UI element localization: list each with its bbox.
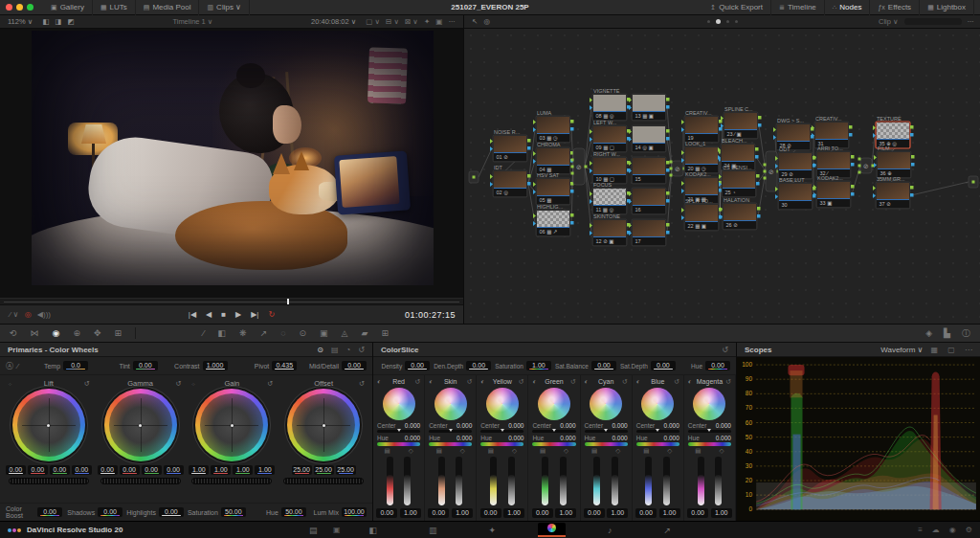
wheel-value-input[interactable]: 25.00 (336, 465, 356, 475)
node-30[interactable]: 30BASE LUT (775, 177, 816, 211)
density-value-input[interactable]: 0.00 (635, 508, 657, 518)
primaries-top-value-input[interactable]: 0.0 (63, 361, 88, 370)
node-search-input[interactable] (904, 18, 962, 25)
color-picker-icon[interactable]: ↗ (260, 328, 268, 338)
log-mode-icon[interactable]: ◔ (345, 346, 350, 354)
wheel-reset-icon[interactable]: ↺ (359, 379, 365, 388)
viewer-scrubber[interactable] (0, 298, 463, 304)
wheel-value-input[interactable]: 25.00 (314, 465, 334, 475)
density-value-input[interactable]: 0.00 (584, 508, 605, 518)
page-button-fusion[interactable]: ✦ (479, 525, 505, 536)
node-36[interactable]: 36 ⊕FILM... (874, 146, 915, 179)
colorslice-reset-button[interactable]: ↺ (722, 346, 728, 354)
primaries-top-value-input[interactable]: 0.00 (342, 361, 367, 370)
viewer-header-icon-3[interactable]: ✦ (420, 17, 432, 26)
channel-solo-icon[interactable]: ◐ (429, 378, 433, 385)
titlebar-button-gallery[interactable]: ▣Gallery (43, 0, 93, 15)
channel-solo-icon[interactable]: ◐ (480, 378, 484, 385)
hue-slider[interactable] (636, 442, 679, 446)
hue-value[interactable]: 0.000 (716, 435, 731, 441)
titlebar-button-effects[interactable]: ƒxEffects (870, 0, 920, 15)
sizing-icon[interactable]: ⊞ (381, 328, 389, 338)
viewer-split-button-1[interactable]: ◨ (53, 17, 65, 26)
hue-slider[interactable] (585, 442, 628, 446)
clip-selector[interactable]: Clip ∨ (879, 17, 899, 26)
node-16[interactable]: 16 (629, 188, 670, 214)
center-value[interactable]: 0.000 (405, 422, 420, 429)
saturation-slider[interactable] (456, 457, 462, 505)
viewer-header-icon-2[interactable]: ⊠ ∨ (401, 17, 420, 26)
wheel-reset-icon[interactable]: ↺ (175, 379, 181, 388)
density-value-input[interactable]: 0.00 (376, 508, 397, 518)
keyframes-icon[interactable]: ◈ (925, 328, 932, 338)
magic-mask-icon[interactable]: ◬ (342, 328, 348, 338)
layer-mixer-node[interactable]: ⊘ (571, 148, 588, 185)
wheel-disc[interactable] (287, 389, 360, 461)
transport-button-4[interactable]: ▶| (251, 310, 258, 319)
node-graph[interactable]: 01 ⊘NOISE R...02 ◎IDT03 ▦ ◷LUMA04 ▦CHROM… (464, 29, 979, 324)
saturation-value-input[interactable]: 1.00 (400, 508, 421, 518)
channel-reset-icon[interactable]: ↺ (725, 378, 731, 386)
center-value[interactable]: 0.000 (612, 422, 627, 429)
layer-mixer-node[interactable]: ⊘ (858, 158, 875, 174)
window-controls[interactable] (6, 4, 33, 11)
node-13[interactable]: 13 ▦ ▣ (629, 94, 670, 121)
viewer-tool-2[interactable]: ◀))) (35, 310, 53, 319)
center-slider[interactable] (429, 430, 472, 433)
motion-effects-icon[interactable]: ❋ (239, 328, 247, 338)
channel-hue-disc[interactable] (538, 388, 570, 420)
viewer-header-icon-4[interactable]: ▣ (432, 17, 444, 26)
density-slider[interactable] (542, 457, 548, 505)
wipe-icon[interactable]: ⋈ (31, 328, 39, 338)
node-08[interactable]: 08 ▦ ◎VIGNETTE (590, 88, 631, 122)
hue-value[interactable]: 0.000 (560, 435, 575, 441)
node-page-dot-2[interactable] (726, 20, 729, 23)
auto-balance-button[interactable]: Ⓐ (6, 361, 13, 371)
transport-button-0[interactable]: |◀ (189, 310, 196, 319)
saturation-value-input[interactable]: 1.00 (555, 508, 576, 518)
wheel-options-icon[interactable]: ⁘ (191, 380, 196, 387)
curves-icon[interactable]: ⁄ (203, 328, 205, 338)
density-slider[interactable] (490, 457, 497, 505)
layer-mixer-node[interactable]: ⊘ (670, 161, 686, 177)
wheel-reset-icon[interactable]: ↺ (267, 379, 273, 388)
node-05[interactable]: 05 ▦HSV SAT (533, 172, 574, 206)
scope-header-icon-0[interactable]: ▦ (930, 346, 938, 354)
node-12[interactable]: 12 ⊘ ▣SKINTONE (590, 213, 631, 247)
hue-slider[interactable] (377, 442, 420, 446)
wheel-value-input[interactable]: 0.00 (98, 465, 118, 475)
saturation-slider[interactable] (715, 457, 722, 505)
channel-reset-icon[interactable]: ↺ (414, 378, 420, 386)
page-button-edit[interactable]: ▥ (419, 525, 447, 536)
primaries-top-value-input[interactable]: 0.435 (272, 361, 297, 370)
hue-slider[interactable] (429, 442, 472, 446)
center-value[interactable]: 0.000 (664, 422, 679, 429)
channel-reset-icon[interactable]: ↺ (466, 378, 472, 386)
node-02[interactable]: 02 ◎IDT (490, 165, 531, 198)
saturation-slider[interactable] (404, 457, 411, 505)
node-29[interactable]: 29 ⊘ODT (775, 146, 816, 180)
node-graph-panel[interactable]: 01 ⊘NOISE R...02 ◎IDT03 ▦ ◷LUMA04 ▦CHROM… (464, 29, 980, 324)
viewer-stage[interactable] (0, 29, 463, 298)
center-slider[interactable] (688, 430, 731, 433)
node-tool-icon-0[interactable]: ↖ (470, 17, 481, 26)
titlebar-button-quick-export[interactable]: ↥Quick Export (702, 0, 771, 15)
node-tool-icon-1[interactable]: ◎ (481, 17, 492, 26)
titlebar-button-luts[interactable]: ▦LUTs (93, 0, 136, 15)
blur-icon[interactable]: ▰ (362, 328, 368, 338)
density-slider[interactable] (438, 457, 445, 505)
wheel-value-input[interactable]: 0.00 (142, 465, 162, 475)
color-wheels-icon[interactable]: ◉ (53, 328, 60, 338)
saturation-value-input[interactable]: 1.00 (711, 508, 732, 518)
viewer-tool-0[interactable]: ⁄ ∨ (8, 310, 23, 319)
viewer-header-icon-5[interactable]: ⋯ (444, 17, 457, 26)
node-page-dot-3[interactable] (735, 20, 738, 23)
wheel-value-input[interactable]: 0.00 (72, 465, 92, 475)
zoom-icon[interactable]: ⊕ (73, 328, 80, 338)
page-button-cut[interactable]: ◧ (359, 525, 387, 536)
camera-raw-icon[interactable]: ◧ (218, 328, 227, 338)
center-slider[interactable] (480, 430, 523, 433)
scope-mode-select[interactable]: Waveform ∨ (880, 346, 923, 354)
transport-button-2[interactable]: ■ (221, 310, 226, 319)
viewer-header-icon-0[interactable]: ▢ ∨ (364, 17, 382, 26)
